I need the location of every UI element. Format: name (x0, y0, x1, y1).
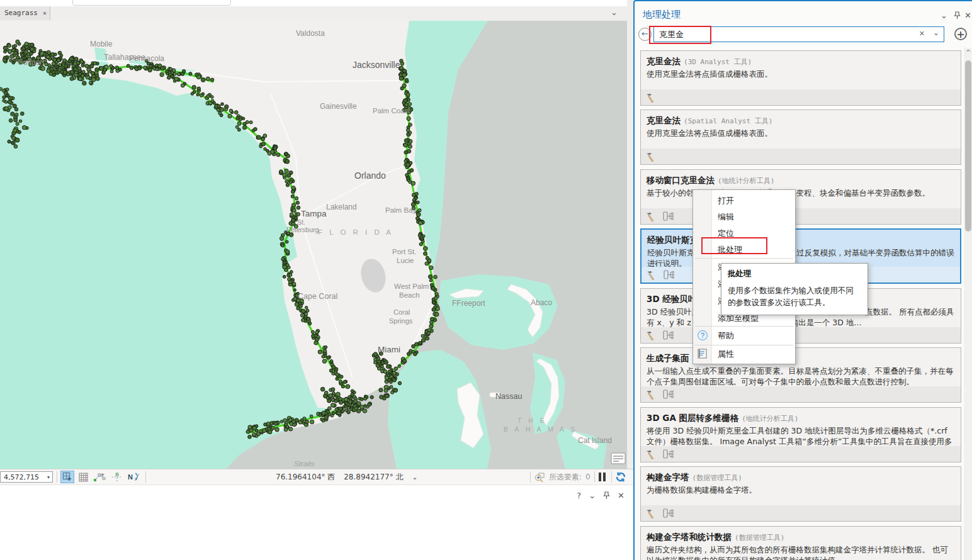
svg-text:Valdosta: Valdosta (296, 29, 325, 38)
tool-result-moving-window-kriging[interactable]: 移动窗口克里金法 (地统计分析工具) 基于较小的邻域，经过所有位置点重新计算变程… (640, 169, 961, 225)
svg-text:Abaco: Abaco (531, 298, 552, 307)
separator (57, 471, 57, 483)
search-box[interactable]: 克里金 ✕ ⌄ (653, 26, 944, 42)
separator (594, 471, 595, 483)
tab-close-icon[interactable]: ✕ (43, 6, 47, 20)
pin-icon[interactable] (954, 11, 961, 20)
help-icon[interactable]: ? (577, 491, 581, 500)
map-tab-seagrass[interactable]: Seagrass ✕ (0, 6, 50, 20)
coordinate-readout[interactable]: 76.1964104° 西 28.8942177° 北 ⌄ (276, 472, 418, 483)
coords-caret-icon[interactable]: ⌄ (412, 473, 417, 481)
svg-text:Straits: Straits (294, 460, 315, 468)
menu-item-help[interactable]: ? 帮助 (693, 328, 795, 344)
tool-result-build-pyramids[interactable]: 构建金字塔 (数据管理工具) 为栅格数据集构建栅格金字塔。 (640, 466, 961, 522)
refresh-button[interactable] (614, 471, 628, 483)
view-tab-strip: Seagrass ✕ ⌄ (0, 6, 627, 21)
hammer-icon (645, 449, 656, 459)
longitude-value: 76.1964104° 西 (276, 473, 335, 481)
pane-menu-chevron-icon[interactable]: ⌄ (589, 491, 596, 500)
north-arrow-button[interactable]: N (126, 471, 142, 483)
tooltip-title: 批处理 (728, 269, 861, 279)
tool-title: 3D GA 图层转多维栅格 (647, 413, 738, 423)
snap-sketch-button[interactable] (92, 471, 108, 483)
model-tool-icon (664, 270, 676, 280)
new-tool-plus-button[interactable]: + (954, 28, 967, 40)
svg-text:B A H A M A S: B A H A M A S (504, 425, 577, 433)
pane-title: 地理处理 (643, 9, 681, 21)
model-tool-icon (663, 330, 675, 340)
svg-text:St.: St. (297, 218, 305, 226)
pane-menu-chevron-icon[interactable]: ⌄ (941, 11, 947, 20)
tool-title: 克里金法 (647, 56, 681, 66)
svg-text:Gainesville: Gainesville (320, 102, 357, 111)
svg-text:Coral: Coral (393, 308, 410, 316)
menu-item-batch[interactable]: 批处理 (693, 242, 795, 258)
separator (611, 471, 612, 483)
scroll-up-icon[interactable]: ^ (964, 48, 972, 58)
svg-text:Gulfport: Gulfport (18, 58, 45, 67)
tool-result-kriging-3d[interactable]: 克里金法 (3D Analyst 工具) 使用克里金法将点插值成栅格表面。 (640, 50, 961, 106)
svg-text:West Palm: West Palm (394, 283, 429, 290)
back-button[interactable]: ← (638, 28, 652, 41)
menu-separator (695, 345, 793, 345)
tool-category: (Spatial Analyst 工具) (684, 117, 772, 125)
ribbon-bottom-strip (0, 0, 633, 6)
scrollbar-thumb[interactable] (965, 60, 971, 232)
tool-description: 为栅格数据集构建栅格金字塔。 (641, 483, 961, 507)
close-pane-icon[interactable]: ✕ (618, 491, 624, 500)
svg-text:Jacksonville: Jacksonville (353, 60, 400, 70)
search-input-value[interactable]: 克里金 (659, 29, 684, 40)
svg-text:?: ? (701, 332, 704, 339)
tool-category: (地统计分析工具) (718, 177, 774, 185)
pane-gap (627, 0, 633, 484)
layout-grid-add-button[interactable] (60, 471, 74, 483)
tooltip-body: 使用多个数据集作为输入或使用不同的参数设置多次运行该工具。 (728, 284, 861, 308)
tool-result-build-pyramids-and-statistics[interactable]: 构建金字塔和统计数据 (数据管理工具) 遍历文件夹结构，从而为其所包含的所有栅格… (640, 526, 961, 560)
map-view[interactable]: Mobile Gulfport Pensacola Valdosta Talla… (0, 21, 627, 469)
tool-category: (数据管理工具) (692, 474, 742, 482)
menu-item-properties[interactable]: 属性 (693, 346, 795, 362)
scale-combo[interactable]: 4,572,715 ▾ (0, 471, 53, 483)
model-tool-icon (663, 389, 675, 400)
tool-result-generate-subset-polygons[interactable]: 生成子集面 (地统计分析工具) 从一组输入点生成不重叠的子集面要素。目标是将点划… (640, 347, 961, 403)
hammer-icon (645, 389, 656, 400)
tool-description: 遍历文件夹结构，从而为其所包含的所有栅格数据集构建金字塔并计算统计数据。 也可以… (641, 543, 961, 560)
svg-text:Orlando: Orlando (354, 171, 386, 181)
hammer-icon (645, 152, 656, 162)
map-notification-icon[interactable] (611, 453, 625, 464)
tab-list-chevron-icon[interactable]: ⌄ (611, 8, 618, 17)
pin-icon[interactable] (603, 491, 610, 500)
search-dropdown-icon[interactable]: ⌄ (933, 28, 939, 37)
snapping-crosshair-button[interactable] (110, 471, 124, 483)
panel-scrollbar[interactable]: ^ (964, 48, 972, 560)
grid-button[interactable] (76, 471, 90, 483)
svg-text:N: N (128, 473, 133, 481)
bottom-dock-pane: ? ⌄ ✕ (0, 484, 633, 560)
menu-item-edit[interactable]: 编辑 (693, 209, 795, 225)
selected-features-status: 所选要素:0 (549, 472, 591, 483)
tool-result-ga-layer-to-multidim-raster[interactable]: 3D GA 图层转多维栅格 (地统计分析工具) 将使用 3D 经验贝叶斯克里金工… (640, 407, 961, 462)
tool-category: (地统计分析工具) (742, 415, 798, 423)
pause-drawing-button[interactable] (599, 473, 609, 481)
svg-text:Beach: Beach (399, 291, 420, 299)
select-features-icon[interactable] (533, 471, 546, 483)
tool-result-kriging-spatial[interactable]: 克里金法 (Spatial Analyst 工具) 使用克里金法将点插值成栅格表… (640, 109, 961, 165)
svg-text:Port St.: Port St. (392, 248, 416, 255)
tool-description: 使用克里金法将点插值成栅格表面。 (641, 126, 961, 150)
clear-search-icon[interactable]: ✕ (919, 30, 925, 38)
map-tab-label: Seagrass (4, 9, 38, 17)
hammer-icon (645, 508, 656, 518)
model-tool-icon (663, 211, 675, 221)
menu-item-open[interactable]: 打开 (693, 193, 795, 209)
svg-text:Palm Bay: Palm Bay (385, 206, 416, 214)
svg-text:Cape Coral: Cape Coral (298, 292, 337, 301)
svg-text:Tallahassee: Tallahassee (104, 53, 145, 62)
close-pane-icon[interactable]: ✕ (964, 11, 971, 20)
properties-icon (697, 348, 708, 359)
scale-caret-icon[interactable]: ▾ (47, 472, 50, 483)
tool-description: 将使用 3D 经验贝叶斯克里金工具创建的 3D 地统计图层导出为多维云栅格格式（… (641, 424, 961, 448)
tool-title: 构建金字塔 (647, 472, 689, 482)
selected-count: 0 (585, 473, 591, 481)
menu-item-locate[interactable]: 定位 (693, 225, 795, 242)
svg-text:Tampa: Tampa (301, 209, 327, 218)
